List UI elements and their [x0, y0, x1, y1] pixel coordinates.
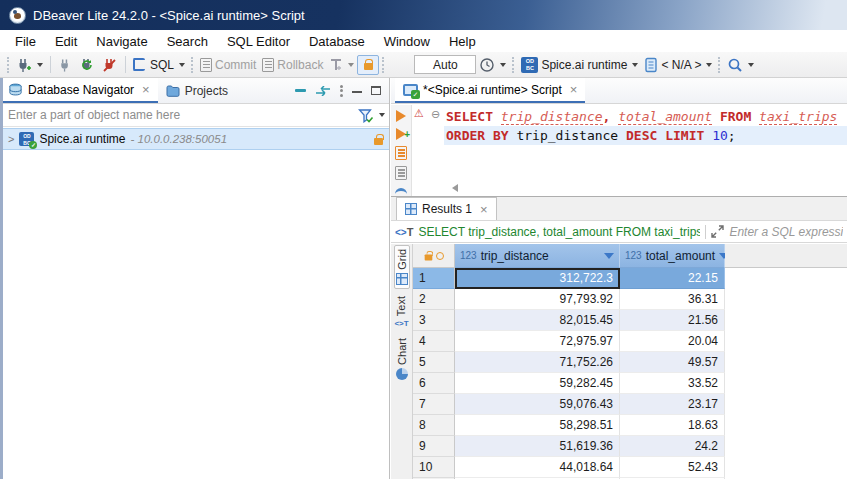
menu-navigate[interactable]: Navigate [87, 32, 157, 51]
cell-trip-distance[interactable]: 59,076.43 [455, 394, 620, 415]
menu-sql-editor[interactable]: SQL Editor [218, 32, 300, 51]
table-row[interactable]: 4 72,975.97 20.04 [413, 331, 847, 352]
commit-button[interactable]: Commit [197, 56, 259, 74]
row-number[interactable]: 1 [413, 268, 455, 289]
cell-total-amount[interactable]: 36.31 [620, 289, 725, 310]
sql-dropdown[interactable] [179, 63, 185, 67]
cell-total-amount[interactable]: 22.15 [620, 268, 725, 289]
execute-statement-button[interactable] [396, 110, 406, 122]
editor-horizontal-scrollbar[interactable] [444, 182, 847, 193]
menu-search[interactable]: Search [158, 32, 218, 51]
presentation-tab-chart[interactable]: Chart [395, 335, 409, 383]
cell-total-amount[interactable]: 24.2 [620, 436, 725, 457]
row-number[interactable]: 6 [413, 373, 455, 394]
close-icon[interactable] [570, 83, 578, 96]
cell-total-amount[interactable]: 18.63 [620, 415, 725, 436]
cell-trip-distance[interactable]: 82,015.45 [455, 310, 620, 331]
tab-results-1[interactable]: Results 1 [396, 197, 497, 220]
connection-dropdown[interactable] [632, 63, 638, 67]
row-number[interactable]: 8 [413, 415, 455, 436]
table-row[interactable]: 2 97,793.92 36.31 [413, 289, 847, 310]
presentation-tab-text[interactable]: Text <>T [393, 293, 409, 331]
commit-mode-combo[interactable]: Auto [414, 55, 476, 74]
row-number[interactable]: 2 [413, 289, 455, 310]
sql-code-area[interactable]: SELECT trip_distance, total_amount FROM … [444, 105, 847, 196]
minimize-view-icon[interactable] [352, 85, 362, 93]
collapse-all-icon[interactable] [295, 89, 306, 92]
connection-lock-toggle[interactable] [357, 55, 379, 75]
cell-total-amount[interactable]: 23.17 [620, 394, 725, 415]
tab-projects[interactable]: Projects [158, 78, 236, 103]
table-row[interactable]: 5 71,752.26 49.57 [413, 352, 847, 373]
execute-new-tab-button[interactable] [396, 128, 406, 140]
transaction-log-dropdown[interactable] [500, 63, 506, 67]
expand-chevron-icon[interactable]: > [8, 133, 14, 145]
transaction-dropdown[interactable] [348, 63, 354, 67]
table-row[interactable]: 6 59,282.45 33.52 [413, 373, 847, 394]
active-schema-selector[interactable]: < N/A > [641, 55, 715, 75]
cell-total-amount[interactable]: 21.56 [620, 310, 725, 331]
execute-script-button[interactable] [395, 146, 407, 160]
cell-trip-distance[interactable]: 72,975.97 [455, 331, 620, 352]
search-dropdown[interactable] [748, 63, 754, 67]
rollback-button[interactable]: Rollback [259, 56, 326, 74]
object-filter-input[interactable] [6, 107, 358, 123]
cell-total-amount[interactable]: 20.04 [620, 331, 725, 352]
table-row[interactable]: 8 58,298.51 18.63 [413, 415, 847, 436]
row-number[interactable]: 10 [413, 457, 455, 478]
search-button[interactable] [724, 55, 757, 75]
new-connection-button[interactable] [13, 55, 46, 75]
cell-trip-distance[interactable]: 312,722.3 [455, 268, 620, 289]
cell-trip-distance[interactable]: 71,752.26 [455, 352, 620, 373]
tab-database-navigator[interactable]: Database Navigator [0, 78, 158, 103]
schema-dropdown[interactable] [706, 63, 712, 67]
filter-dropdown[interactable] [379, 113, 385, 117]
table-row[interactable]: 9 51,619.36 24.2 [413, 436, 847, 457]
scroll-left-arrow-icon[interactable] [452, 184, 458, 192]
expand-panel-icon[interactable] [711, 225, 724, 238]
row-number[interactable]: 4 [413, 331, 455, 352]
cell-trip-distance[interactable]: 97,793.92 [455, 289, 620, 310]
disconnect-button[interactable] [99, 55, 121, 75]
cell-trip-distance[interactable]: 51,619.36 [455, 436, 620, 457]
transaction-log-button[interactable] [476, 55, 509, 75]
reconnect-button[interactable] [76, 55, 99, 75]
collapse-fold-icon[interactable] [431, 108, 440, 121]
cell-total-amount[interactable]: 49.57 [620, 352, 725, 373]
cell-trip-distance[interactable]: 59,282.45 [455, 373, 620, 394]
tab-sql-script[interactable]: *<Spice.ai runtime> Script [395, 78, 585, 103]
sort-filter-icon[interactable] [604, 253, 614, 259]
transaction-mode-button[interactable] [326, 55, 357, 74]
active-connection-selector[interactable]: OD BC Spice.ai runtime [518, 55, 641, 75]
column-header-trip-distance[interactable]: 123 trip_distance [455, 244, 620, 268]
cell-trip-distance[interactable]: 44,018.64 [455, 457, 620, 478]
row-number[interactable]: 7 [413, 394, 455, 415]
table-row[interactable]: 1 312,722.3 22.15 [413, 268, 847, 289]
filter-funnel-icon[interactable] [358, 108, 374, 123]
menu-file[interactable]: File [6, 32, 46, 51]
row-number[interactable]: 5 [413, 352, 455, 373]
row-number[interactable]: 9 [413, 436, 455, 457]
results-filter-placeholder[interactable]: Enter a SQL expression to [729, 225, 843, 239]
table-row[interactable]: 10 44,018.64 52.43 [413, 457, 847, 478]
maximize-view-icon[interactable] [371, 86, 381, 95]
cell-total-amount[interactable]: 52.43 [620, 457, 725, 478]
menu-edit[interactable]: Edit [46, 32, 87, 51]
close-icon[interactable] [142, 83, 150, 96]
menu-database[interactable]: Database [300, 32, 375, 51]
view-menu-icon[interactable] [340, 85, 343, 97]
table-row[interactable]: 3 82,015.45 21.56 [413, 310, 847, 331]
link-editor-icon[interactable] [315, 86, 331, 96]
sql-editor-button[interactable]: SQL [130, 56, 188, 74]
executed-query-text[interactable]: SELECT trip_distance, total_amount FROM … [418, 225, 700, 239]
connection-tree-item[interactable]: > OD BC Spice.ai runtime - 10.0.0.238:50… [0, 128, 389, 150]
cell-total-amount[interactable]: 33.52 [620, 373, 725, 394]
new-connection-dropdown[interactable] [37, 63, 43, 67]
menu-help[interactable]: Help [440, 32, 486, 51]
grid-corner-cell[interactable] [413, 244, 455, 268]
row-number[interactable]: 3 [413, 310, 455, 331]
table-row[interactable]: 7 59,076.43 23.17 [413, 394, 847, 415]
cell-trip-distance[interactable]: 58,298.51 [455, 415, 620, 436]
close-icon[interactable] [480, 203, 488, 216]
presentation-tab-grid[interactable]: Grid [394, 245, 410, 289]
